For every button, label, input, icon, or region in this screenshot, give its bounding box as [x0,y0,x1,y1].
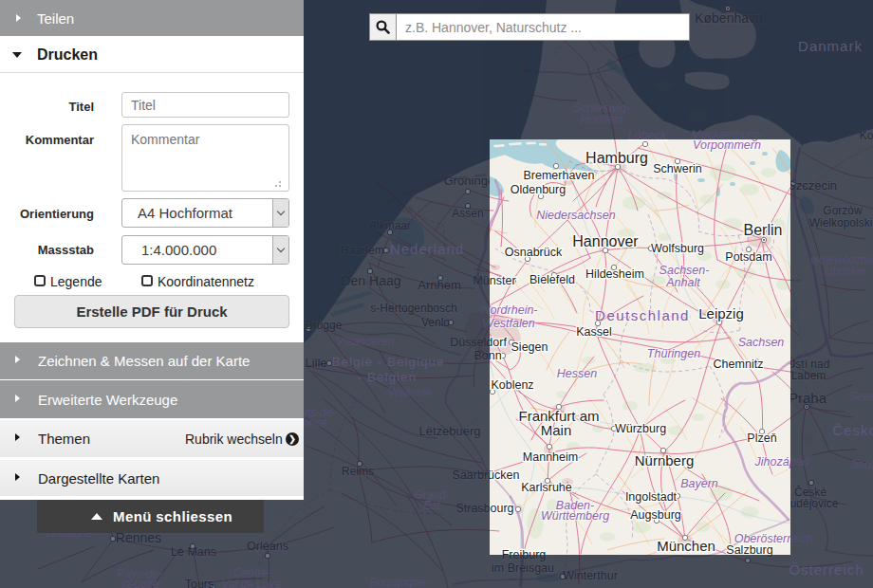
svg-text:Kassel: Kassel [576,325,612,339]
svg-text:Bremerhaven: Bremerhaven [523,169,594,182]
svg-text:Würzburg: Würzburg [615,422,666,435]
svg-text:Arnhem: Arnhem [418,278,461,292]
svg-text:Westfalen: Westfalen [482,317,534,330]
svg-text:Lille: Lille [305,356,326,370]
svg-text:la-Loire: la-Loire [121,578,159,588]
svg-text:Anhalt: Anhalt [665,276,700,289]
svg-text:Karlsruhe: Karlsruhe [521,481,572,494]
svg-text:België - Belgique: België - Belgique [331,355,444,369]
svg-text:Orléans: Orléans [247,540,288,553]
svg-text:Reims: Reims [342,465,374,478]
svg-text:Le Mans: Le Mans [171,545,216,559]
svg-text:Est: Est [423,499,440,512]
svg-text:Main: Main [541,422,572,438]
svg-text:lubuskie: lubuskie [824,265,865,278]
svg-text:Bourgogne-: Bourgogne- [370,576,430,588]
svg-text:Labem: Labem [791,369,827,382]
svg-text:Vorpommern: Vorpommern [693,138,761,152]
svg-text:Vlaanderen: Vlaanderen [336,335,395,348]
svg-text:Koblenz: Koblenz [491,378,533,392]
svg-text:Praha: Praha [789,390,827,406]
svg-text:Assen: Assen [452,207,483,220]
svg-text:Schwerin: Schwerin [653,162,701,175]
svg-text:s-Hertogenbosch: s-Hertogenbosch [370,302,456,315]
svg-text:Österreich: Österreich [789,561,864,578]
svg-text:Danmark: Danmark [798,38,863,54]
svg-text:Česko: Česko [832,422,873,438]
svg-text:Jihozá: Jihozá [849,458,873,471]
svg-text:Berlin: Berlin [744,222,783,238]
svg-text:Budějovice: Budějovice [783,497,839,510]
svg-text:Osnabrück: Osnabrück [505,246,563,259]
svg-text:Plzeň: Plzeň [747,432,776,445]
svg-text:Wallonie: Wallonie [388,386,432,399]
svg-text:Salzburg: Salzburg [726,543,772,557]
svg-text:Bayern: Bayern [680,477,718,490]
svg-text:Den Haag: Den Haag [341,273,400,288]
svg-text:Oldenburg: Oldenburg [511,183,566,196]
svg-text:Potsdam: Potsdam [725,250,771,264]
svg-text:- Belgien: - Belgien [358,370,417,384]
svg-text:Niedersachsen: Niedersachsen [536,209,615,222]
svg-text:Gorzów: Gorzów [823,204,863,217]
svg-text:Deutschland: Deutschland [595,307,690,323]
svg-text:Nordrhein-: Nordrhein- [481,303,537,317]
svg-text:København: København [695,10,763,26]
svg-text:Winterthur: Winterthur [563,569,618,582]
svg-text:Chemnitz: Chemnitz [714,358,764,371]
svg-text:Ingolstadt: Ingolstadt [625,490,678,504]
svg-text:Württemberg: Württemberg [541,509,609,523]
svg-text:Holstein: Holstein [580,113,622,126]
svg-text:Szczecin: Szczecin [788,178,837,193]
svg-text:Siegen: Siegen [511,340,548,354]
svg-text:Sachsen-: Sachsen- [659,264,710,277]
svg-text:Ko: Ko [860,129,873,142]
svg-text:Alkmaar: Alkmaar [369,219,411,232]
svg-text:Wolfsburg: Wolfsburg [651,242,704,255]
svg-text:Hannover: Hannover [572,233,639,249]
svg-text:im Breisgau: im Breisgau [492,561,554,575]
svg-text:Thüringen: Thüringen [647,347,700,360]
svg-text:Val de Loire: Val de Loire [221,578,282,588]
svg-text:Hildesheim: Hildesheim [585,267,644,281]
svg-text:Nederland: Nederland [390,241,464,257]
svg-text:Hessen: Hessen [557,367,597,380]
svg-text:Hamburg: Hamburg [585,150,648,166]
svg-text:Mannheim: Mannheim [523,450,578,464]
svg-text:Mecklenburg-: Mecklenburg- [691,128,763,141]
svg-text:Severo: Severo [848,390,873,403]
svg-text:Bielefeld: Bielefeld [529,273,575,286]
svg-text:Wielkopolski: Wielkopolski [809,216,873,230]
svg-text:Sachsen: Sachsen [738,336,785,349]
svg-text:Haarlem: Haarlem [341,244,383,257]
svg-text:Leipzig: Leipzig [698,305,744,322]
svg-text:Venlo: Venlo [421,316,450,329]
svg-text:Augsburg: Augsburg [630,508,681,522]
svg-text:Brugge: Brugge [306,319,343,332]
svg-text:Lëtzebuerg: Lëtzebuerg [418,424,480,438]
svg-text:Nürnberg: Nürnberg [635,452,695,469]
svg-text:München: München [657,538,715,554]
svg-text:Tours: Tours [185,578,214,588]
